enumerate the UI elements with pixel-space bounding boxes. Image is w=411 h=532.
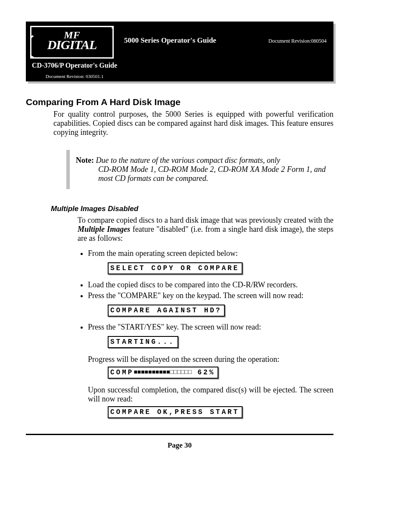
banner-doc-rev: Document Revision:080504	[268, 26, 327, 44]
heading-1: Comparing From A Hard Disk Image	[26, 97, 333, 107]
step-3: Press the "COMPARE" key on the keypad. T…	[88, 291, 333, 300]
logo-line2: DIGITAL	[31, 39, 112, 50]
done-text: Upon successful completion, the compared…	[88, 386, 333, 404]
note-text: Note: Due to the nature of the various c…	[76, 150, 333, 189]
banner-subtitle: CD-3706/P Operator's Guide	[30, 61, 119, 69]
banner-sub-rev: Document Revision: 030501.1	[30, 74, 119, 79]
lcd-select: SELECT COPY OR COMPARE	[108, 262, 243, 274]
para-multiple-images: To compare copied discs to a hard disk i…	[78, 216, 333, 243]
footer-rule	[26, 434, 333, 435]
note-label: Note:	[76, 156, 94, 165]
step-2: Load the copied discs to be compared int…	[88, 280, 333, 289]
lcd-starting: STARTING...	[108, 336, 178, 348]
steps-list: From the main operating screen depicted …	[78, 249, 333, 258]
note-bar	[66, 150, 70, 189]
banner-title: 5000 Series Operator's Guide	[124, 26, 268, 45]
progress-text: Progress will be displayed on the screen…	[88, 355, 333, 364]
note-line2: CD-ROM Mode 1, CD-ROM Mode 2, CD-ROM XA …	[76, 165, 326, 183]
header-banner: MF DIGITAL 5000 Series Operator's Guide …	[26, 22, 333, 81]
lcd-compare-ok: COMPARE OK,PRESS START	[108, 406, 243, 418]
step-1: From the main operating screen depicted …	[88, 249, 333, 258]
lcd-progress: COMP■■■■■■■■■■□□□□□□ 62%	[108, 367, 218, 379]
note-block: Note: Due to the nature of the various c…	[66, 150, 333, 189]
heading-2: Multiple Images Disabled	[51, 205, 333, 213]
intro-paragraph: For quality control purposes, the 5000 S…	[53, 110, 333, 137]
logo: MF DIGITAL	[30, 26, 114, 59]
step-4: Press the "START/YES" key. The screen wi…	[88, 323, 333, 332]
note-line1: Due to the nature of the various compact…	[96, 156, 280, 165]
lcd-compare-hd: COMPARE AGAINST HD?	[108, 305, 225, 317]
page-number: Page 30	[26, 441, 333, 450]
